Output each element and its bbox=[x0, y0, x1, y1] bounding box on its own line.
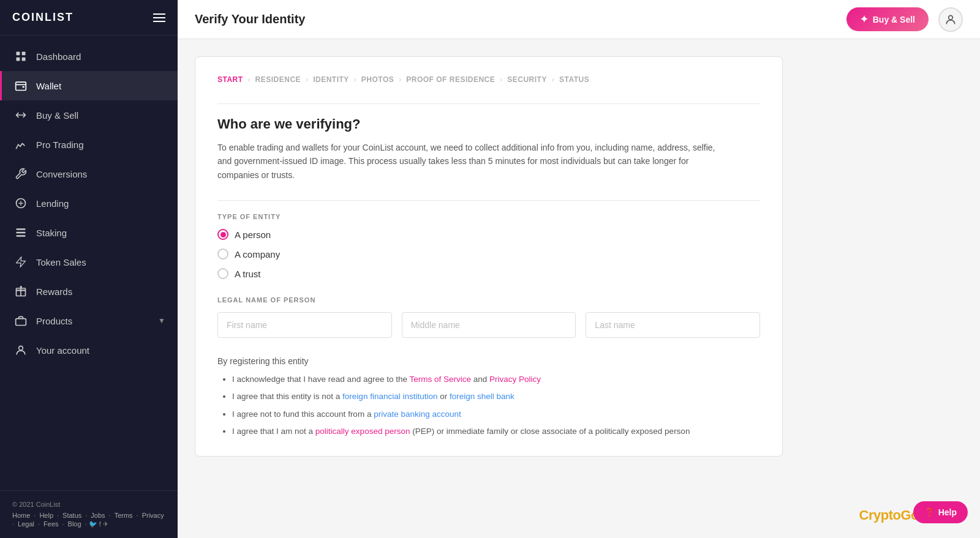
sidebar-footer: © 2021 CoinList Home · Help · Status · J… bbox=[0, 490, 178, 538]
arrows-icon bbox=[14, 108, 28, 122]
step-label: PROOF OF RESIDENCE bbox=[406, 75, 495, 84]
bolt-icon bbox=[14, 255, 28, 269]
step-sep-1: › bbox=[248, 75, 251, 84]
svg-rect-8 bbox=[17, 232, 26, 234]
first-name-input[interactable] bbox=[217, 312, 392, 338]
person-icon bbox=[14, 343, 28, 357]
grid-icon bbox=[14, 50, 28, 63]
footer-link-home[interactable]: Home bbox=[12, 512, 30, 519]
staking-icon bbox=[14, 226, 28, 239]
footer-link-fees[interactable]: Fees bbox=[43, 520, 58, 528]
sidebar-item-pro-trading[interactable]: Pro Trading bbox=[0, 130, 178, 159]
avatar-button[interactable] bbox=[938, 7, 963, 32]
svg-rect-2 bbox=[17, 58, 20, 61]
buy-sell-button[interactable]: ✦ Buy & Sell bbox=[846, 7, 929, 31]
radio-company-label: A company bbox=[235, 249, 280, 260]
step-residence[interactable]: RESIDENCE bbox=[255, 75, 301, 84]
politically-exposed-person-link[interactable]: politically exposed person bbox=[315, 427, 410, 436]
step-identity[interactable]: IDENTITY bbox=[313, 75, 349, 84]
briefcase-icon bbox=[14, 314, 28, 327]
private-banking-account-link[interactable]: private banking account bbox=[374, 409, 461, 419]
footer-link-terms[interactable]: Terms bbox=[115, 512, 133, 519]
svg-rect-1 bbox=[22, 52, 26, 56]
sidebar-header: COINLIST bbox=[0, 0, 178, 35]
cryptogo-label: CryptoGo bbox=[859, 507, 919, 523]
step-start[interactable]: START bbox=[217, 75, 243, 84]
step-status[interactable]: STATUS bbox=[559, 75, 589, 84]
step-proof-of-residence[interactable]: PROOF OF RESIDENCE bbox=[406, 75, 495, 84]
radio-person-indicator bbox=[217, 229, 228, 240]
sidebar-item-conversions[interactable]: Conversions bbox=[0, 159, 178, 189]
wrench-icon bbox=[14, 167, 28, 181]
entity-type-group: A person A company A trust bbox=[217, 229, 760, 279]
sidebar-item-label: Buy & Sell bbox=[36, 110, 78, 121]
footer-link-privacy[interactable]: Privacy bbox=[142, 512, 164, 519]
sidebar-item-lending[interactable]: Lending bbox=[0, 189, 178, 218]
sidebar-item-label: Rewards bbox=[36, 286, 72, 297]
terms-of-service-link[interactable]: Terms of Service bbox=[409, 375, 471, 384]
sidebar-item-products[interactable]: Products ▼ bbox=[0, 306, 178, 335]
radio-trust-label: A trust bbox=[235, 269, 261, 279]
svg-rect-7 bbox=[17, 228, 26, 230]
radio-person[interactable]: A person bbox=[217, 229, 760, 240]
step-photos[interactable]: PHOTOS bbox=[361, 75, 394, 84]
sidebar: COINLIST Dashboard Wallet Buy & Sell bbox=[0, 0, 178, 538]
sidebar-item-label: Staking bbox=[36, 228, 67, 238]
logo: COINLIST bbox=[12, 11, 74, 24]
ack-item-1: I acknowledge that I have read and agree… bbox=[232, 373, 760, 386]
help-button[interactable]: ❓ Help bbox=[913, 501, 968, 523]
sidebar-item-label: Conversions bbox=[36, 169, 87, 179]
footer-link-blog[interactable]: Blog bbox=[68, 520, 81, 528]
radio-company[interactable]: A company bbox=[217, 248, 760, 260]
wallet-icon bbox=[14, 79, 28, 92]
topbar: Verify Your Identity ✦ Buy & Sell bbox=[178, 0, 980, 39]
buy-sell-icon: ✦ bbox=[860, 13, 868, 25]
step-sep-4: › bbox=[399, 75, 401, 84]
middle-name-input[interactable] bbox=[402, 312, 576, 338]
sidebar-item-label: Wallet bbox=[36, 81, 61, 91]
svg-rect-13 bbox=[16, 319, 26, 326]
diamond-icon bbox=[14, 196, 28, 210]
chevron-down-icon: ▼ bbox=[158, 316, 165, 325]
svg-point-15 bbox=[949, 15, 953, 20]
footer-links: Home · Help · Status · Jobs · Terms · Pr… bbox=[12, 512, 165, 528]
sidebar-item-token-sales[interactable]: Token Sales bbox=[0, 247, 178, 277]
sidebar-item-label: Dashboard bbox=[36, 51, 81, 62]
sidebar-item-buy-sell[interactable]: Buy & Sell bbox=[0, 100, 178, 130]
copyright: © 2021 CoinList bbox=[12, 501, 165, 508]
sidebar-item-label: Token Sales bbox=[36, 257, 86, 267]
sidebar-item-label: Pro Trading bbox=[36, 140, 84, 150]
radio-trust-indicator bbox=[217, 268, 228, 279]
help-circle-icon: ❓ bbox=[924, 507, 935, 517]
sidebar-item-rewards[interactable]: Rewards bbox=[0, 277, 178, 306]
footer-link-status[interactable]: Status bbox=[62, 512, 81, 519]
sidebar-item-label: Products bbox=[36, 316, 72, 326]
foreign-shell-bank-link[interactable]: foreign shell bank bbox=[450, 392, 514, 401]
step-security[interactable]: SECURITY bbox=[507, 75, 547, 84]
nav-items: Dashboard Wallet Buy & Sell Pro Trading bbox=[0, 35, 178, 490]
svg-marker-10 bbox=[17, 257, 26, 267]
last-name-input[interactable] bbox=[586, 312, 760, 338]
menu-icon[interactable] bbox=[153, 13, 165, 22]
ack-item-3: I agree not to fund this account from a … bbox=[232, 408, 760, 420]
footer-link-jobs[interactable]: Jobs bbox=[91, 512, 105, 519]
topbar-right: ✦ Buy & Sell bbox=[846, 7, 963, 32]
footer-link-help[interactable]: Help bbox=[39, 512, 53, 519]
entity-type-label: TYPE OF ENTITY bbox=[217, 213, 760, 220]
sidebar-item-your-account[interactable]: Your account bbox=[0, 335, 178, 365]
footer-link-legal[interactable]: Legal bbox=[18, 520, 34, 528]
sidebar-item-wallet[interactable]: Wallet bbox=[0, 71, 178, 100]
main-area: Verify Your Identity ✦ Buy & Sell START … bbox=[178, 0, 980, 538]
radio-person-label: A person bbox=[235, 230, 271, 240]
step-label: RESIDENCE bbox=[255, 75, 301, 84]
gift-icon bbox=[14, 285, 28, 298]
sidebar-item-staking[interactable]: Staking bbox=[0, 218, 178, 247]
radio-trust[interactable]: A trust bbox=[217, 268, 760, 279]
privacy-policy-link[interactable]: Privacy Policy bbox=[489, 375, 541, 384]
sidebar-item-label: Your account bbox=[36, 345, 89, 356]
section-heading: Who are we verifying? bbox=[217, 116, 760, 132]
foreign-financial-institution-link[interactable]: foreign financial institution bbox=[342, 392, 437, 401]
sidebar-item-dashboard[interactable]: Dashboard bbox=[0, 42, 178, 71]
sidebar-item-label: Lending bbox=[36, 198, 69, 209]
step-label: START bbox=[217, 75, 243, 84]
